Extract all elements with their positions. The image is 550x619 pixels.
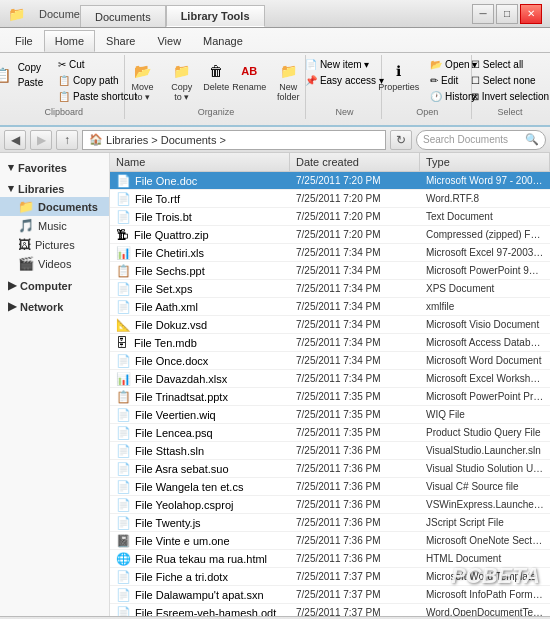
new-item-button[interactable]: 📄 New item ▾: [301, 57, 373, 72]
pictures-label: Pictures: [35, 239, 75, 251]
table-row[interactable]: 📄 File Dalawampu't apat.sxn 7/25/2011 7:…: [110, 586, 550, 604]
file-name: File To.rtf: [135, 193, 180, 205]
ribbon-tab-share[interactable]: Share: [95, 30, 146, 52]
up-button[interactable]: ↑: [56, 130, 78, 150]
copy-to-icon: 📁: [171, 60, 193, 82]
new-folder-icon: 📁: [277, 60, 299, 82]
file-icon: 📄: [116, 588, 131, 602]
file-date: 7/25/2011 7:36 PM: [290, 534, 420, 547]
table-row[interactable]: 📄 File To.rtf 7/25/2011 7:20 PM Word.RTF…: [110, 190, 550, 208]
sidebar-header-computer[interactable]: ▶ Computer: [0, 277, 109, 294]
copy-to-button[interactable]: 📁 Copy to ▾: [163, 57, 200, 105]
table-row[interactable]: 📄 File Sttash.sln 7/25/2011 7:36 PM Visu…: [110, 442, 550, 460]
refresh-button[interactable]: ↻: [390, 130, 412, 150]
tab-library-tools[interactable]: Library Tools: [166, 5, 265, 27]
table-row[interactable]: 📋 File Trinadtsat.pptx 7/25/2011 7:35 PM…: [110, 388, 550, 406]
table-row[interactable]: 📊 File Chetiri.xls 7/25/2011 7:34 PM Mic…: [110, 244, 550, 262]
sidebar-item-videos[interactable]: 🎬 Videos: [0, 254, 109, 273]
table-row[interactable]: 📋 File Sechs.ppt 7/25/2011 7:34 PM Micro…: [110, 262, 550, 280]
maximize-button[interactable]: □: [496, 4, 518, 24]
file-icon: 📄: [116, 300, 131, 314]
sidebar-item-documents[interactable]: 📁 Documents: [0, 197, 109, 216]
table-row[interactable]: 🗜 File Quattro.zip 7/25/2011 7:20 PM Com…: [110, 226, 550, 244]
sidebar-header-network[interactable]: ▶ Network: [0, 298, 109, 315]
file-date: 7/25/2011 7:37 PM: [290, 606, 420, 616]
file-date: 7/25/2011 7:35 PM: [290, 426, 420, 439]
table-row[interactable]: 🗄 File Ten.mdb 7/25/2011 7:34 PM Microso…: [110, 334, 550, 352]
column-date[interactable]: Date created: [290, 153, 420, 171]
file-list-container[interactable]: Name Date created Type 📄 File One.doc 7/…: [110, 153, 550, 616]
table-row[interactable]: 📄 File Once.docx 7/25/2011 7:34 PM Micro…: [110, 352, 550, 370]
file-date: 7/25/2011 7:37 PM: [290, 570, 420, 583]
sidebar-header-libraries[interactable]: ▾ Libraries: [0, 180, 109, 197]
file-name: File Trois.bt: [135, 211, 192, 223]
sidebar-header-favorites[interactable]: ▾ Favorites: [0, 159, 109, 176]
file-name: File Veertien.wiq: [135, 409, 216, 421]
file-icon: 📄: [116, 210, 131, 224]
file-icon: 📄: [116, 192, 131, 206]
move-to-button[interactable]: 📂 Move to ▾: [124, 57, 162, 105]
copy-label[interactable]: Copy: [14, 60, 48, 75]
file-icon: 📓: [116, 534, 131, 548]
paste-label[interactable]: Paste: [14, 75, 48, 90]
file-date: 7/25/2011 7:36 PM: [290, 444, 420, 457]
file-name: File Asra sebat.suo: [135, 463, 229, 475]
table-row[interactable]: 📄 File Veertien.wiq 7/25/2011 7:35 PM WI…: [110, 406, 550, 424]
table-row[interactable]: 📐 File Dokuz.vsd 7/25/2011 7:34 PM Micro…: [110, 316, 550, 334]
rename-button[interactable]: AB Rename: [232, 57, 266, 95]
delete-button[interactable]: 🗑 Delete: [202, 57, 230, 95]
file-date: 7/25/2011 7:34 PM: [290, 336, 420, 349]
column-name[interactable]: Name: [110, 153, 290, 171]
table-row[interactable]: 📄 File Wangela ten et.cs 7/25/2011 7:36 …: [110, 478, 550, 496]
invert-selection-button[interactable]: ⊠ Invert selection: [467, 89, 550, 104]
table-row[interactable]: 📄 File Fiche a tri.dotx 7/25/2011 7:37 P…: [110, 568, 550, 586]
ribbon-tab-home[interactable]: Home: [44, 30, 95, 52]
table-row[interactable]: 📄 File Twenty.js 7/25/2011 7:36 PM JScri…: [110, 514, 550, 532]
select-none-button[interactable]: ☐ Select none: [467, 73, 540, 88]
table-row[interactable]: 📓 File Vinte e um.one 7/25/2011 7:36 PM …: [110, 532, 550, 550]
sidebar-item-pictures[interactable]: 🖼 Pictures: [0, 235, 109, 254]
ribbon-tab-file[interactable]: File: [4, 30, 44, 52]
forward-button[interactable]: ▶: [30, 130, 52, 150]
table-row[interactable]: 📄 File One.doc 7/25/2011 7:20 PM Microso…: [110, 172, 550, 190]
organize-label: Organize: [198, 107, 235, 117]
chevron-down-icon: ▾: [8, 161, 14, 174]
file-type: VSWinExpress.Launcher.cspro...: [420, 498, 550, 511]
copy-button[interactable]: 📋 Copy Paste: [0, 57, 52, 93]
close-button[interactable]: ✕: [520, 4, 542, 24]
file-name: File Sttash.sln: [135, 445, 204, 457]
ribbon-tab-view[interactable]: View: [146, 30, 192, 52]
table-row[interactable]: 📊 File Davazdah.xlsx 7/25/2011 7:34 PM M…: [110, 370, 550, 388]
table-row[interactable]: 📄 File Asra sebat.suo 7/25/2011 7:36 PM …: [110, 460, 550, 478]
file-name: File Fiche a tri.dotx: [135, 571, 228, 583]
properties-button[interactable]: ℹ Properties: [373, 57, 424, 95]
file-type: Microsoft Access Database: [420, 336, 550, 349]
search-bar[interactable]: Search Documents 🔍: [416, 130, 546, 150]
file-icon: 📄: [116, 354, 131, 368]
title-bar: 📁 Documents Library Tools Documents - Li…: [0, 0, 550, 28]
table-row[interactable]: 📄 File Yeolahop.csproj 7/25/2011 7:36 PM…: [110, 496, 550, 514]
table-row[interactable]: 🌐 File Rua tekau ma rua.html 7/25/2011 7…: [110, 550, 550, 568]
file-name: File Yeolahop.csproj: [135, 499, 233, 511]
table-row[interactable]: 📄 File Trois.bt 7/25/2011 7:20 PM Text D…: [110, 208, 550, 226]
table-row[interactable]: 📄 File Aath.xml 7/25/2011 7:34 PM xmlfil…: [110, 298, 550, 316]
sidebar-item-music[interactable]: 🎵 Music: [0, 216, 109, 235]
tab-documents[interactable]: Documents: [80, 5, 166, 27]
file-date: 7/25/2011 7:34 PM: [290, 354, 420, 367]
back-button[interactable]: ◀: [4, 130, 26, 150]
table-row[interactable]: 📄 File Set.xps 7/25/2011 7:34 PM XPS Doc…: [110, 280, 550, 298]
select-all-button[interactable]: ☑ Select all: [467, 57, 527, 72]
minimize-button[interactable]: ─: [472, 4, 494, 24]
column-type[interactable]: Type: [420, 153, 550, 171]
table-row[interactable]: 📄 File Esreem-veh-hamesh.odt 7/25/2011 7…: [110, 604, 550, 616]
ribbon-tab-manage[interactable]: Manage: [192, 30, 254, 52]
ribbon-group-open: ℹ Properties 📂 Open ▾ ✏ Edit 🕐 History O…: [384, 55, 472, 119]
documents-label: Documents: [38, 201, 98, 213]
address-bar[interactable]: 🏠 Libraries > Documents >: [82, 130, 386, 150]
table-row[interactable]: 📄 File Lencea.psq 7/25/2011 7:35 PM Prod…: [110, 424, 550, 442]
file-icon: 📄: [116, 174, 131, 188]
file-icon: 📄: [116, 516, 131, 530]
file-type: Compressed (zipped) Folder: [420, 228, 550, 241]
file-name: File Wangela ten et.cs: [135, 481, 243, 493]
file-name: File Dokuz.vsd: [135, 319, 207, 331]
